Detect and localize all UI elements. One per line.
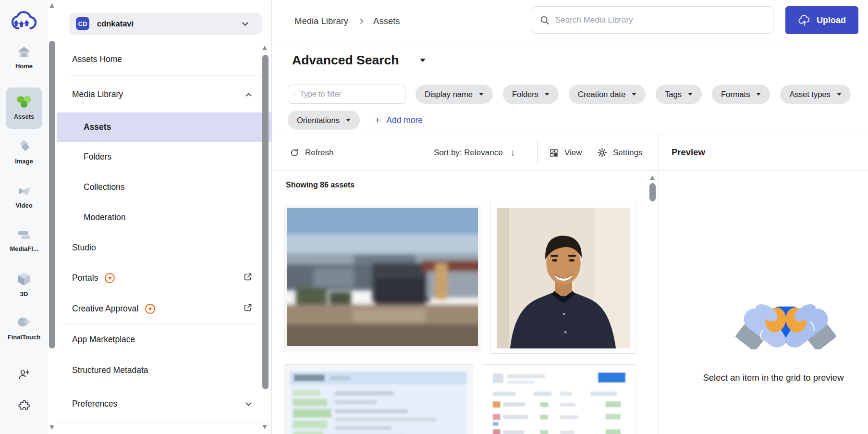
filter-pill-asset-types[interactable]: Asset types <box>780 85 850 104</box>
sidebar-item-app-marketplace[interactable]: App Marketplace <box>57 324 272 355</box>
rail-scrollbar-thumb[interactable] <box>49 41 55 348</box>
premium-star-icon: ★ <box>105 273 115 283</box>
add-more-filters-button[interactable]: + Add more <box>375 114 423 126</box>
sort-direction-arrow-icon: ↓ <box>511 148 515 158</box>
search-icon <box>540 15 550 25</box>
chevron-down-icon <box>242 20 248 26</box>
asset-card-document-screenshot[interactable] <box>284 364 473 434</box>
divider <box>537 141 538 164</box>
sidebar-item-structured-metadata[interactable]: Structured Metadata <box>57 355 272 385</box>
sidebar-item-collections[interactable]: Collections <box>57 172 272 202</box>
search-input[interactable] <box>555 15 765 25</box>
scroll-down-arrow[interactable] <box>262 425 267 429</box>
filter-pill-formats[interactable]: Formats <box>712 85 770 104</box>
advanced-search-dropdown[interactable]: Advanced Search <box>292 53 426 68</box>
assets-icon <box>17 95 31 109</box>
global-search <box>532 6 773 34</box>
sidebar-item-assets[interactable]: Assets <box>57 112 272 142</box>
grid-view-icon <box>550 149 558 157</box>
advanced-search-panel: Advanced Search Display name Folders Cre… <box>272 42 868 134</box>
icon-rail: Home Assets Image Video <box>0 0 48 434</box>
filter-pill-display-name[interactable]: Display name <box>416 85 493 104</box>
refresh-button[interactable]: Refresh <box>290 134 334 171</box>
rail-item-label: 3D <box>0 290 48 298</box>
binoculars-illustration <box>734 287 837 351</box>
dropdown-triangle-icon <box>632 93 636 96</box>
account-selector[interactable]: CD cdnkatavi <box>69 12 262 35</box>
rail-item-label: MediaFl... <box>0 245 48 252</box>
filter-row-2: Orientations + Add more <box>288 111 423 130</box>
filter-row-1: Display name Folders Creation date Tags … <box>288 85 851 104</box>
rail-item-finaltouch[interactable]: FinalTouch <box>0 316 48 341</box>
refresh-icon <box>290 149 299 157</box>
divider <box>57 422 272 422</box>
sidebar: CD cdnkatavi Assets Home Media Library A… <box>57 0 272 434</box>
asset-card-dashboard-screenshot[interactable] <box>482 364 636 434</box>
sidebar-item-media-library[interactable]: Media Library <box>57 76 272 112</box>
asset-count: Showing 86 assets <box>286 181 355 189</box>
sidebar-item-folders[interactable]: Folders <box>57 142 272 172</box>
upload-button[interactable]: Upload <box>785 6 858 34</box>
extensions-button[interactable] <box>0 399 48 413</box>
cloudinary-cloud-icon <box>11 11 37 32</box>
external-link-icon <box>243 303 253 315</box>
dropdown-triangle-icon <box>756 93 761 96</box>
sort-by-control[interactable]: Sort by: Relevance ↓ <box>434 134 515 171</box>
sidebar-item-preferences[interactable]: Preferences <box>57 385 272 422</box>
rail-item-label: FinalTouch <box>0 334 48 341</box>
asset-thumbnail <box>497 208 630 348</box>
rail-item-image[interactable]: Image <box>0 140 48 165</box>
puzzle-icon <box>18 399 30 411</box>
rail-item-mediaflows[interactable]: MediaFl... <box>0 230 48 252</box>
sidebar-item-assets-home[interactable]: Assets Home <box>57 48 272 70</box>
rail-item-3d[interactable]: 3D <box>0 272 48 298</box>
asset-thumbnail <box>287 368 470 434</box>
cloudinary-logo[interactable] <box>0 11 48 34</box>
mediaflows-icon <box>17 230 31 241</box>
scroll-up-arrow[interactable] <box>650 175 655 180</box>
search-icon <box>294 90 295 98</box>
sidebar-item-portals[interactable]: Portals ★ <box>57 263 272 293</box>
rail-item-label: Assets <box>0 113 48 120</box>
breadcrumb-root[interactable]: Media Library <box>294 16 348 26</box>
rail-item-home[interactable]: Home <box>0 46 48 70</box>
sidebar-scrollbar-thumb[interactable] <box>262 55 269 389</box>
sidebar-item-creative-approval[interactable]: Creative Approval ★ <box>57 293 272 324</box>
rail-item-label: Video <box>0 202 48 209</box>
dropdown-triangle-icon <box>688 93 693 96</box>
asset-card-landscape-photo[interactable] <box>284 205 480 352</box>
type-to-filter <box>288 85 405 104</box>
scroll-down-arrow[interactable] <box>49 425 54 430</box>
filter-pill-orientations[interactable]: Orientations <box>288 111 360 130</box>
settings-button[interactable]: Settings <box>598 134 642 171</box>
scroll-up-arrow[interactable] <box>262 46 267 50</box>
upload-cloud-icon <box>798 15 811 26</box>
filter-pill-creation-date[interactable]: Creation date <box>569 85 646 104</box>
asset-thumbnail <box>287 208 478 346</box>
sidebar-item-moderation[interactable]: Moderation <box>57 202 272 233</box>
grid-scrollbar-thumb[interactable] <box>649 183 656 201</box>
dropdown-triangle-icon <box>837 93 842 96</box>
upload-label: Upload <box>817 15 846 25</box>
asset-thumbnail <box>488 370 630 434</box>
account-avatar: CD <box>76 17 89 30</box>
chevron-down-icon <box>245 400 252 406</box>
sidebar-item-studio[interactable]: Studio <box>57 233 272 263</box>
filter-pill-tags[interactable]: Tags <box>656 85 702 104</box>
external-link-icon <box>243 272 253 284</box>
dropdown-triangle-icon <box>545 93 550 96</box>
advanced-search-title: Advanced Search <box>292 53 399 68</box>
preview-header: Preview <box>659 134 868 171</box>
asset-card-portrait-photo[interactable] <box>490 203 636 354</box>
filter-pill-folders[interactable]: Folders <box>503 85 559 104</box>
type-to-filter-input[interactable] <box>300 90 399 99</box>
plus-icon: + <box>375 114 380 126</box>
scroll-up-arrow[interactable] <box>49 3 54 8</box>
rail-item-video[interactable]: Video <box>0 186 48 209</box>
gear-icon <box>598 148 607 157</box>
rail-item-assets[interactable]: Assets <box>0 95 48 120</box>
preview-empty-message: Select an item in the grid to preview <box>678 372 868 383</box>
invite-user-button[interactable] <box>0 369 48 382</box>
view-button[interactable]: View <box>550 134 582 171</box>
rail-item-label: Home <box>0 62 48 70</box>
